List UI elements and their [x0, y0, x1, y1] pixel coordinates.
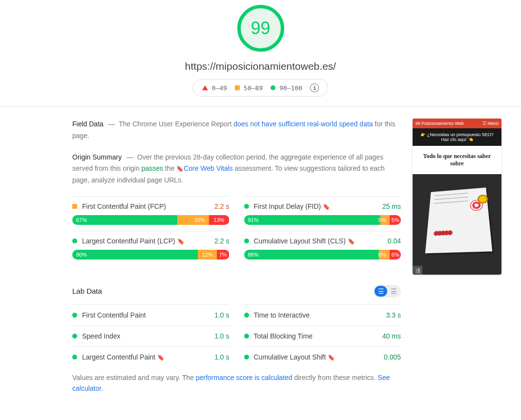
metric-cls[interactable]: Cumulative Layout Shift (CLS) 🔖0.0486%8%… [244, 231, 401, 265]
lab-metric-value: 3.3 s [386, 311, 401, 319]
lab-metric-name: Speed Index [82, 332, 209, 340]
good-segment: 80% [72, 250, 198, 260]
poor-segment: 5% [390, 215, 401, 225]
lab-metric-name: Cumulative Layout Shift 🔖 [254, 353, 379, 361]
lab-view-toggle[interactable]: ☰ ☰ [374, 285, 401, 298]
status-dot [72, 334, 77, 339]
tested-url: https://miposicionamientoweb.es/ [0, 60, 521, 72]
lab-metric-name: First Contentful Paint [82, 311, 209, 319]
field-data-section: Field Data — The Chrome User Experience … [72, 119, 401, 142]
field-data-heading: Field Data [72, 120, 104, 128]
preview-brand: Mi Posicionamiento Web [416, 121, 464, 126]
lab-metric-value: 1.0 s [214, 332, 229, 340]
status-dot [72, 239, 77, 243]
performance-score-gauge: 99 [237, 5, 284, 52]
lab-metric-row[interactable]: Cumulative Layout Shift 🔖0.005 [244, 346, 401, 367]
metric-name: First Input Delay (FID) 🔖 [254, 202, 377, 210]
metric-value: 0.04 [388, 237, 401, 245]
avg-segment: 12% [198, 250, 217, 260]
status-dot [244, 204, 249, 209]
poor-segment: 13% [209, 215, 229, 225]
status-dot [72, 355, 77, 360]
lab-footnote: Values are estimated and may vary. The p… [72, 372, 401, 394]
lab-metric-row[interactable]: Largest Contentful Paint 🔖1.0 s [72, 346, 229, 367]
metric-lcp[interactable]: Largest Contentful Paint (LCP) 🔖2.2 s80%… [72, 231, 229, 265]
bookmark-icon: 🔖 [328, 354, 335, 361]
status-dot [244, 355, 249, 360]
bookmark-icon: 🔖 [157, 354, 165, 361]
lab-metric-row[interactable]: Total Blocking Time40 ms [244, 325, 401, 346]
bookmark-icon: 🔖 [176, 165, 184, 172]
preview-banner: 👉 ¿Necesitas un presupuesto SEO? Haz cli… [413, 128, 501, 146]
score-legend: 0–49 50–89 90–100 i [193, 79, 328, 97]
lab-metric-value: 1.0 s [214, 353, 229, 361]
status-dot [72, 204, 77, 209]
status-dot [244, 313, 249, 318]
legend-avg-range: 50–89 [244, 84, 263, 92]
metric-fcp[interactable]: First Contentful Paint (FCP) 2.2 s67%20%… [72, 196, 229, 231]
origin-summary-heading: Origin Summary [72, 153, 122, 161]
good-segment: 91% [244, 215, 381, 225]
good-segment: 67% [72, 215, 177, 225]
circle-icon [271, 85, 275, 90]
legend-poor-range: 0–49 [212, 84, 227, 92]
lab-metric-value: 0.005 [384, 353, 401, 361]
metric-fid[interactable]: First Input Delay (FID) 🔖25 ms91%5%5% [244, 196, 401, 231]
avg-segment: 5% [380, 215, 390, 225]
lab-metric-name: Time to Interactive [254, 311, 381, 319]
metric-value: 2.2 s [214, 202, 229, 210]
legend-good-range: 90–100 [279, 84, 302, 92]
status-dot [244, 239, 249, 243]
good-segment: 86% [244, 250, 379, 260]
distribution-bar: 80%12%7% [72, 250, 229, 260]
metric-value: 2.2 s [214, 237, 229, 245]
poor-segment: 6% [390, 250, 401, 260]
preview-hero: Todo lo que necesitas saber sobre [413, 146, 501, 174]
bookmark-icon: 🔖 [177, 238, 185, 245]
poor-segment: 7% [217, 250, 229, 260]
lab-metric-value: 1.0 s [214, 311, 229, 319]
passes-badge: passes [142, 164, 163, 172]
lab-metric-row[interactable]: Speed Index1.0 s [72, 325, 229, 346]
info-icon[interactable]: i [310, 83, 319, 92]
origin-summary-section: Origin Summary — Over the previous 28-da… [72, 152, 401, 186]
avg-segment: 8% [379, 250, 390, 260]
square-icon [235, 85, 240, 90]
bookmark-icon: 🔖 [348, 238, 355, 245]
page-screenshot-preview: Mi Posicionamiento Web ☰ Menú 👉 ¿Necesit… [413, 119, 501, 275]
triangle-icon [202, 85, 208, 90]
distribution-bar: 91%5%5% [244, 215, 401, 225]
lab-data-heading: Lab Data [72, 287, 102, 295]
metric-name: Largest Contentful Paint (LCP) 🔖 [82, 237, 209, 245]
bookmark-icon: 🔖 [323, 203, 330, 210]
status-dot [72, 313, 77, 318]
performance-score-value: 99 [250, 18, 270, 39]
core-web-vitals-link[interactable]: Core Web Vitals [184, 164, 233, 172]
lab-metric-name: Total Blocking Time [254, 332, 377, 340]
metric-name: Cumulative Layout Shift (CLS) 🔖 [254, 237, 383, 245]
metric-value: 25 ms [382, 202, 401, 210]
view-list-icon[interactable]: ☰ [387, 286, 400, 297]
metric-name: First Contentful Paint (FCP) [82, 202, 209, 210]
score-calc-link[interactable]: performance score is calculated [196, 374, 292, 381]
distribution-bar: 86%8%6% [244, 250, 401, 260]
avg-segment: 20% [177, 215, 208, 225]
lab-metric-value: 40 ms [382, 332, 401, 340]
lab-metric-name: Largest Contentful Paint 🔖 [82, 353, 209, 361]
status-dot [244, 334, 249, 339]
view-bars-icon[interactable]: ☰ [375, 286, 387, 297]
lab-metric-row[interactable]: First Contentful Paint1.0 s [72, 304, 229, 325]
distribution-bar: 67%20%13% [72, 215, 229, 225]
preview-menu: ☰ Menú [482, 121, 499, 126]
insufficient-data-link[interactable]: does not have sufficient real-world spee… [233, 120, 373, 128]
lab-metric-row[interactable]: Time to Interactive3.3 s [244, 304, 401, 325]
share-icon: ⇶ [413, 266, 422, 275]
